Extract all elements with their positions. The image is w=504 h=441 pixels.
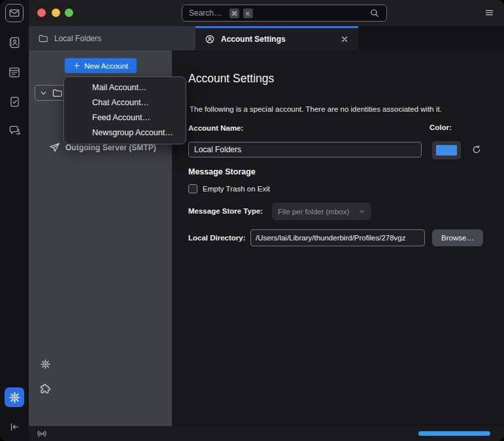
plus-icon (73, 62, 80, 69)
window-close-button[interactable] (37, 8, 46, 17)
browse-button[interactable]: Browse… (432, 229, 483, 246)
tab-account-settings[interactable]: Account Settings (195, 26, 358, 50)
chevron-down-icon[interactable] (40, 90, 47, 97)
app-menu-button[interactable] (484, 8, 495, 18)
cmd-key-badge: ⌘ (229, 8, 239, 18)
tab-local-folders[interactable]: Local Folders (29, 26, 195, 50)
tab-label: Account Settings (221, 35, 286, 44)
menu-item-mail-account[interactable]: Mail Account… (64, 80, 186, 95)
color-swatch-fill (436, 145, 457, 155)
mail-icon (8, 7, 20, 19)
store-type-label: Message Store Type: (188, 207, 263, 215)
chat-space-button[interactable] (5, 122, 24, 140)
search-icon (369, 8, 380, 18)
reset-color-button[interactable] (471, 144, 482, 155)
calendar-space-button[interactable] (5, 63, 24, 81)
settings-space-button[interactable] (5, 387, 24, 407)
collapse-left-icon (9, 421, 20, 433)
hamburger-icon (484, 8, 495, 18)
calendar-icon (8, 65, 21, 78)
color-label: Color: (429, 123, 452, 131)
account-name-label: Account Name: (188, 124, 243, 132)
page-title: Account Settings (188, 72, 274, 86)
new-account-button[interactable]: New Account (65, 58, 137, 73)
addons-button[interactable] (39, 383, 52, 397)
account-settings-pane: Account Settings The following is a spec… (172, 50, 504, 426)
store-type-value: File per folder (mbox) (278, 208, 349, 216)
outgoing-server-icon (49, 142, 60, 153)
mail-space-button[interactable] (5, 4, 24, 22)
address-book-space-button[interactable] (5, 33, 24, 52)
window-minimize-button[interactable] (52, 8, 60, 17)
account-color-swatch[interactable] (431, 140, 462, 160)
tasks-space-button[interactable] (5, 92, 24, 110)
window-zoom-button[interactable] (65, 8, 73, 17)
menu-item-newsgroup-account[interactable]: Newsgroup Account… (64, 125, 186, 140)
tab-bar: Local Folders Account Settings (29, 26, 504, 50)
k-key-badge: K (243, 8, 253, 18)
close-tab-icon[interactable] (340, 35, 349, 44)
tasks-icon (8, 95, 21, 108)
new-account-label: New Account (84, 62, 128, 70)
search-placeholder: Search… (189, 8, 222, 18)
spaces-toolbar (0, 0, 29, 441)
folder-icon (52, 88, 63, 99)
account-settings-icon (205, 34, 215, 44)
store-type-select[interactable]: File per folder (mbox) (272, 203, 371, 220)
status-bar (29, 426, 504, 441)
local-directory-label: Local Directory: (188, 234, 246, 242)
thunderbird-window: Search… ⌘ K Local Folders Account Settin… (0, 0, 504, 441)
network-broadcast-icon (35, 427, 48, 440)
empty-trash-label: Empty Trash on Exit (203, 185, 270, 193)
new-account-menu: Mail Account… Chat Account… Feed Account… (63, 76, 186, 144)
account-settings-gear-button[interactable] (40, 359, 51, 370)
empty-trash-row: Empty Trash on Exit (188, 184, 270, 193)
menu-item-chat-account[interactable]: Chat Account… (64, 95, 186, 110)
message-storage-heading: Message Storage (188, 167, 256, 176)
puzzle-piece-icon (39, 383, 52, 397)
search-input[interactable]: Search… ⌘ K (182, 5, 387, 22)
special-account-description: The following is a special account. Ther… (190, 105, 442, 113)
gear-icon (40, 359, 51, 370)
chevron-down-icon (358, 208, 365, 215)
chat-icon (8, 124, 21, 137)
progress-bar (418, 431, 490, 436)
local-directory-input[interactable] (250, 229, 425, 246)
gear-icon (8, 391, 21, 404)
titlebar: Search… ⌘ K (29, 0, 504, 26)
address-book-icon (8, 36, 21, 49)
account-name-input[interactable] (188, 142, 422, 157)
menu-item-feed-account[interactable]: Feed Account… (64, 110, 186, 125)
tab-label: Local Folders (54, 34, 101, 43)
folder-icon (38, 33, 48, 44)
undo-arrow-icon (471, 144, 482, 155)
empty-trash-checkbox[interactable] (188, 184, 197, 193)
collapse-spaces-button[interactable] (5, 417, 24, 436)
